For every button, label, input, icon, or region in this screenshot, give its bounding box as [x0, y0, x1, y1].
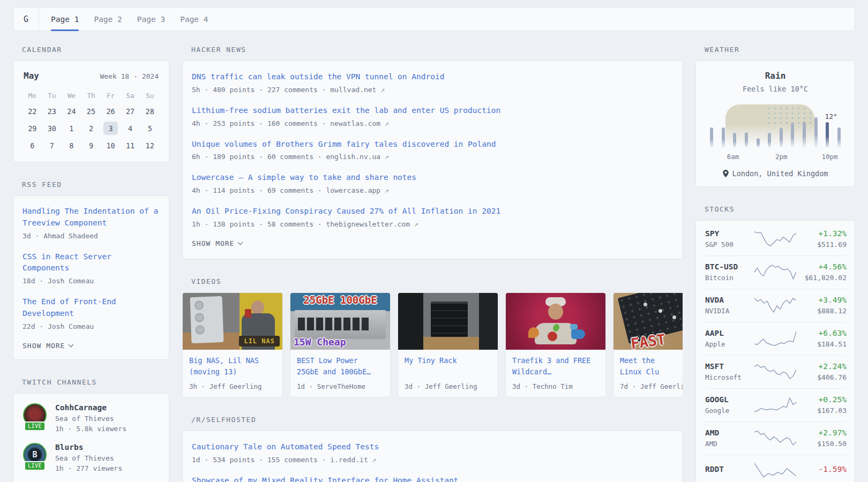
- calendar-day: 23: [42, 104, 62, 118]
- video-title-link[interactable]: BEST Low Power 25GbE and 100GbE Switch…: [297, 355, 384, 378]
- reddit-widget: /R/SELFHOSTED Cautionary Tale on Automat…: [182, 416, 683, 482]
- weekday-label: Tu: [42, 90, 62, 101]
- video-title-link[interactable]: Big NAS, Lil NAS (moving 13): [189, 355, 276, 378]
- stock-row[interactable]: RDDT -1.59%: [705, 455, 845, 482]
- stock-row[interactable]: NVDA NVIDIA +3.49% $888.12: [705, 289, 845, 322]
- weather-bar: [826, 122, 829, 148]
- video-card[interactable]: LIL NAS Big NAS, Lil NAS (moving 13) 3h …: [182, 292, 283, 397]
- calendar-day: 28: [140, 104, 160, 118]
- stock-symbol: AMD: [705, 428, 754, 437]
- tab-page-2[interactable]: Page 2: [94, 7, 122, 31]
- stocks-section-title: STOCKS: [705, 205, 855, 213]
- calendar-widget: CALENDAR May Week 18 · 2024 Mo Tu We Th …: [13, 46, 169, 162]
- video-title-link[interactable]: My Tiny Rack: [405, 355, 491, 378]
- hackernews-item-link[interactable]: An Oil Price-Fixing Conspiracy Caused 27…: [192, 206, 673, 217]
- tab-page-3[interactable]: Page 3: [137, 7, 165, 31]
- video-thumbnail: 25GbE 100GbE 15W Cheap: [290, 293, 390, 350]
- calendar-day: 26: [101, 104, 121, 118]
- stocks-widget: STOCKS SPY S&P 500 +1.32% $511.69 BTC-: [695, 205, 855, 482]
- rss-section-title: RSS FEED: [22, 180, 169, 189]
- weather-hour-labels: 6am2pm10pm: [709, 153, 842, 161]
- twitch-channel-name[interactable]: Blurbs: [55, 443, 122, 451]
- weather-bar: [710, 127, 713, 148]
- live-badge: LIVE: [24, 421, 46, 431]
- stock-row[interactable]: GOOGL Google +0.25% $167.03: [705, 388, 845, 421]
- calendar-day: 10: [101, 139, 121, 152]
- stock-symbol: GOOGL: [705, 395, 754, 404]
- stock-price: $511.69: [796, 240, 847, 248]
- video-meta: 3d · Techno Tim: [512, 382, 599, 390]
- video-title-link[interactable]: Traefik 3 and FREE Wildcard…: [512, 355, 599, 378]
- twitch-section-title: TWITCH CHANNELS: [22, 378, 169, 386]
- hackernews-item-link[interactable]: Lithium-free sodium batteries exit the l…: [192, 105, 673, 117]
- calendar-day: 22: [23, 104, 42, 118]
- hackernews-item: Unique volumes of Brothers Grimm fairy t…: [192, 139, 673, 161]
- weekday-label: Sa: [121, 90, 140, 101]
- calendar-year: 2024: [142, 72, 159, 80]
- twitch-channel-name[interactable]: CohhCarnage: [55, 403, 126, 412]
- page-columns: CALENDAR May Week 18 · 2024 Mo Tu We Th …: [13, 46, 855, 482]
- stock-symbol: NVDA: [705, 296, 754, 304]
- hackernews-show-more-button[interactable]: SHOW MORE: [192, 239, 673, 247]
- stock-row[interactable]: AMD AMD +2.97% $150.50: [705, 421, 845, 455]
- stock-sparkline: [754, 297, 796, 314]
- hackernews-card: DNS traffic can leak outside the VPN tun…: [182, 61, 683, 259]
- weather-bar: [814, 117, 818, 148]
- hackernews-item-link[interactable]: Lowercase – A simple way to take and sha…: [192, 172, 673, 184]
- weather-bar: [837, 127, 841, 148]
- left-column: CALENDAR May Week 18 · 2024 Mo Tu We Th …: [13, 46, 169, 482]
- calendar-day: 12: [140, 139, 160, 152]
- stock-change: +6.63%: [796, 329, 847, 337]
- rss-item: CSS in React Server Components 18d · Jos…: [23, 251, 160, 285]
- stock-name: Apple: [705, 340, 754, 348]
- hackernews-item-meta: 4h · 253 points · 160 comments · newatla…: [192, 119, 673, 127]
- stock-row[interactable]: BTC-USD Bitcoin +4.56% $61,820.02: [705, 255, 845, 289]
- middle-column: HACKER NEWS DNS traffic can leak outside…: [182, 46, 683, 482]
- stock-row[interactable]: SPY S&P 500 +1.32% $511.69: [705, 223, 845, 255]
- stock-row[interactable]: MSFT Microsoft +2.24% $406.76: [705, 355, 845, 388]
- stock-symbol: AAPL: [705, 329, 754, 337]
- rss-item-link[interactable]: CSS in React Server Components: [23, 251, 160, 275]
- external-link-icon: ↗: [414, 220, 418, 228]
- hackernews-item-meta: 5h · 480 points · 227 comments · mullvad…: [192, 86, 673, 94]
- twitch-channel-viewers: 1h · 277 viewers: [55, 464, 122, 472]
- twitch-card: LIVE CohhCarnage Sea of Thieves 1h · 5.8…: [13, 393, 169, 482]
- twitch-channel-category: Sea of Thieves: [55, 415, 126, 423]
- reddit-item-link[interactable]: Cautionary Tale on Automated Speed Tests: [192, 441, 673, 453]
- rss-show-more-button[interactable]: SHOW MORE: [23, 342, 160, 350]
- tab-page-4[interactable]: Page 4: [180, 7, 208, 31]
- reddit-item: Cautionary Tale on Automated Speed Tests…: [192, 441, 673, 464]
- hackernews-widget: HACKER NEWS DNS traffic can leak outside…: [182, 46, 683, 259]
- weekday-label: Mo: [23, 90, 42, 101]
- calendar-section-title: CALENDAR: [22, 46, 169, 54]
- hackernews-item-meta: 1h · 138 points · 58 comments · thebigne…: [192, 220, 673, 228]
- video-title-link[interactable]: Meet the Linux Clu: [620, 355, 683, 378]
- chevron-down-icon: [238, 239, 243, 245]
- stock-row[interactable]: AAPL Apple +6.63% $184.51: [705, 322, 845, 355]
- weather-current-temp: 12°: [825, 112, 837, 120]
- hackernews-item-link[interactable]: Unique volumes of Brothers Grimm fairy t…: [192, 139, 673, 150]
- twitch-channel-row[interactable]: B LIVE Blurbs Sea of Thieves 1h · 277 vi…: [23, 443, 160, 472]
- weather-bar: [780, 128, 783, 148]
- tab-page-1[interactable]: Page 1: [51, 7, 79, 31]
- rss-item-link[interactable]: The End of Front-End Development: [23, 296, 160, 320]
- stock-name: Microsoft: [705, 373, 754, 381]
- twitch-channel-row[interactable]: LIVE CohhCarnage Sea of Thieves 1h · 5.8…: [23, 403, 160, 433]
- video-card[interactable]: 25GbE 100GbE 15W Cheap BEST Low Power 25…: [290, 292, 391, 397]
- hackernews-item-link[interactable]: DNS traffic can leak outside the VPN tun…: [192, 71, 673, 83]
- rss-item-link[interactable]: Handling The Indentation of a Treeview C…: [23, 206, 160, 229]
- stock-price: $167.03: [796, 406, 847, 415]
- stock-sparkline: [754, 396, 796, 413]
- stock-price: $150.50: [796, 440, 847, 448]
- video-card[interactable]: My Tiny Rack 3d · Jeff Geerling: [398, 292, 498, 397]
- app-logo[interactable]: G: [13, 7, 39, 31]
- calendar-week: Week 18: [100, 72, 129, 80]
- video-card[interactable]: Traefik 3 and FREE Wildcard… 3d · Techno…: [505, 292, 606, 397]
- external-link-icon: ↗: [385, 153, 389, 161]
- video-card[interactable]: FAST Meet the Linux Clu 7d · Jeff Geerli…: [613, 292, 683, 397]
- stock-change: +2.24%: [796, 362, 847, 371]
- weather-bar: [803, 122, 806, 148]
- stock-change: -1.59%: [796, 465, 847, 473]
- reddit-item-link[interactable]: Showcase of my Mixed Reality Interface f…: [192, 475, 673, 482]
- stock-sparkline: [754, 363, 796, 380]
